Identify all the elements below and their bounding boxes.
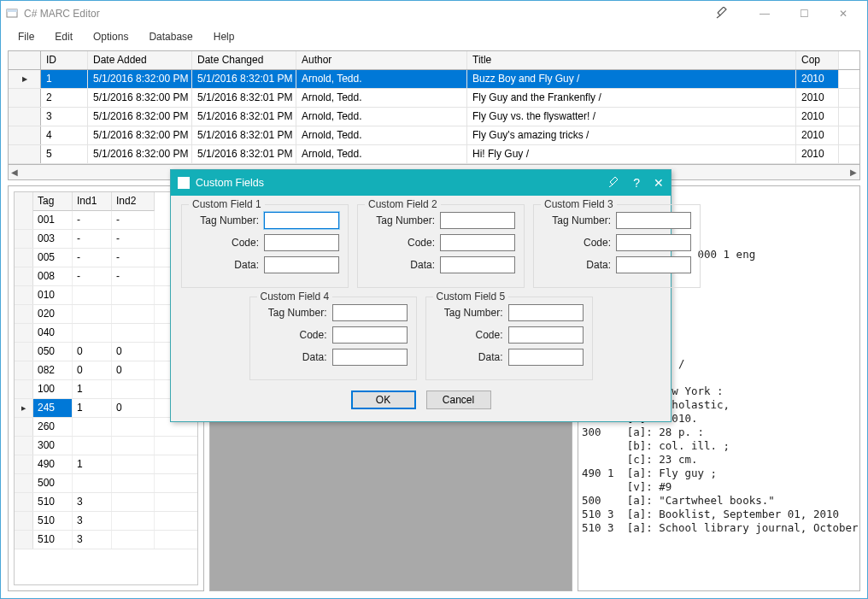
cell-tag[interactable]: 490	[33, 455, 73, 473]
cell-i2[interactable]: -	[112, 211, 155, 229]
tag-row[interactable]: 5103	[15, 493, 197, 512]
data-input[interactable]	[440, 256, 515, 273]
col-tag[interactable]: Tag	[33, 192, 73, 211]
tag-number-input[interactable]	[332, 304, 408, 321]
menu-database[interactable]: Database	[138, 28, 202, 45]
cell-id[interactable]: 3	[41, 108, 88, 126]
dialog-pin-icon[interactable]	[609, 176, 619, 190]
menu-options[interactable]: Options	[83, 28, 138, 45]
cell-ti[interactable]: Fly Guy vs. the flyswatter! /	[467, 108, 796, 126]
cell-tag[interactable]: 510	[33, 531, 73, 549]
cell-i2[interactable]	[112, 512, 155, 530]
table-row[interactable]: 55/1/2016 8:32:00 PM5/1/2016 8:32:01 PMA…	[9, 145, 859, 164]
tag-row[interactable]: 300	[15, 437, 197, 455]
cell-i2[interactable]	[112, 474, 155, 492]
cell-au[interactable]: Arnold, Tedd.	[296, 108, 467, 126]
maximize-button[interactable]: ☐	[784, 1, 824, 26]
cell-i2[interactable]	[112, 531, 155, 549]
col-id[interactable]: ID	[41, 51, 88, 69]
col-title[interactable]: Title	[467, 51, 796, 69]
dialog-help-button[interactable]: ?	[633, 176, 640, 190]
cell-tag[interactable]: 245	[33, 399, 73, 417]
cell-da[interactable]: 5/1/2016 8:32:00 PM	[88, 145, 192, 163]
cell-ti[interactable]: Fly Guy's amazing tricks /	[467, 126, 796, 144]
table-row[interactable]: 15/1/2016 8:32:00 PM5/1/2016 8:32:01 PMA…	[9, 70, 859, 89]
dialog-close-button[interactable]: ✕	[654, 176, 664, 190]
cell-i2[interactable]: -	[112, 267, 155, 285]
menu-edit[interactable]: Edit	[44, 28, 83, 45]
tag-number-input[interactable]	[264, 212, 339, 229]
cell-i2[interactable]	[112, 286, 155, 304]
tag-number-input[interactable]	[616, 212, 691, 229]
cell-i1[interactable]: 1	[73, 455, 112, 473]
cell-tag[interactable]: 260	[33, 418, 73, 436]
cell-au[interactable]: Arnold, Tedd.	[296, 70, 467, 88]
data-input[interactable]	[332, 349, 408, 366]
cell-i1[interactable]: -	[73, 249, 112, 267]
cell-da[interactable]: 5/1/2016 8:32:00 PM	[88, 89, 192, 107]
tag-row[interactable]: 500	[15, 474, 197, 493]
cell-id[interactable]: 2	[41, 89, 88, 107]
cell-dc[interactable]: 5/1/2016 8:32:01 PM	[192, 70, 296, 88]
cell-tag[interactable]: 001	[33, 211, 73, 229]
cell-i2[interactable]	[112, 418, 155, 436]
menu-file[interactable]: File	[8, 28, 44, 45]
code-input[interactable]	[440, 234, 515, 251]
col-date-added[interactable]: Date Added	[88, 51, 192, 69]
cell-i1[interactable]	[73, 305, 112, 323]
cell-i2[interactable]	[112, 380, 155, 398]
cell-da[interactable]: 5/1/2016 8:32:00 PM	[88, 126, 192, 144]
cell-da[interactable]: 5/1/2016 8:32:00 PM	[88, 108, 192, 126]
cell-tag[interactable]: 005	[33, 249, 73, 267]
cell-i2[interactable]	[112, 437, 155, 455]
cell-cp[interactable]: 2010	[796, 89, 839, 107]
cell-i2[interactable]	[112, 455, 155, 473]
table-row[interactable]: 35/1/2016 8:32:00 PM5/1/2016 8:32:01 PMA…	[9, 108, 859, 126]
cell-ti[interactable]: Buzz Boy and Fly Guy /	[467, 70, 796, 88]
cell-tag[interactable]: 050	[33, 343, 73, 361]
cell-i2[interactable]: 0	[112, 361, 155, 379]
col-ind2[interactable]: Ind2	[112, 192, 155, 211]
cell-tag[interactable]: 100	[33, 380, 73, 398]
code-input[interactable]	[616, 234, 691, 251]
col-author[interactable]: Author	[296, 51, 467, 69]
tag-number-input[interactable]	[440, 212, 515, 229]
cell-i1[interactable]: 3	[73, 512, 112, 530]
cell-cp[interactable]: 2010	[796, 70, 839, 88]
tag-row[interactable]: 5103	[15, 512, 197, 531]
cell-ti[interactable]: Fly Guy and the Frankenfly /	[467, 89, 796, 107]
cell-tag[interactable]: 008	[33, 267, 73, 285]
pin-icon[interactable]	[716, 7, 728, 21]
cell-tag[interactable]: 040	[33, 324, 73, 342]
cell-i1[interactable]	[73, 324, 112, 342]
cell-dc[interactable]: 5/1/2016 8:32:01 PM	[192, 126, 296, 144]
cell-i1[interactable]: -	[73, 267, 112, 285]
cell-i2[interactable]	[112, 493, 155, 511]
ok-button[interactable]: OK	[351, 391, 416, 409]
cell-tag[interactable]: 500	[33, 474, 73, 492]
close-button[interactable]: ✕	[824, 1, 863, 26]
cell-i1[interactable]: 0	[73, 343, 112, 361]
cell-i2[interactable]: -	[112, 249, 155, 267]
code-input[interactable]	[264, 234, 339, 251]
cell-tag[interactable]: 510	[33, 512, 73, 530]
code-input[interactable]	[332, 326, 408, 344]
minimize-button[interactable]: —	[745, 1, 784, 26]
cell-i1[interactable]	[73, 418, 112, 436]
cell-tag[interactable]: 082	[33, 361, 73, 379]
cell-i1[interactable]	[73, 286, 112, 304]
cell-i2[interactable]: -	[112, 230, 155, 248]
cell-i1[interactable]: 3	[73, 531, 112, 549]
cell-cp[interactable]: 2010	[796, 126, 839, 144]
tag-row[interactable]: 4901	[15, 455, 197, 474]
data-input[interactable]	[508, 349, 584, 366]
cancel-button[interactable]: Cancel	[426, 391, 491, 409]
cell-i1[interactable]	[73, 437, 112, 455]
cell-au[interactable]: Arnold, Tedd.	[296, 89, 467, 107]
cell-cp[interactable]: 2010	[796, 108, 839, 126]
cell-i2[interactable]: 0	[112, 399, 155, 417]
cell-id[interactable]: 1	[41, 70, 88, 88]
col-date-changed[interactable]: Date Changed	[192, 51, 296, 69]
cell-i1[interactable]: 1	[73, 399, 112, 417]
cell-tag[interactable]: 010	[33, 286, 73, 304]
